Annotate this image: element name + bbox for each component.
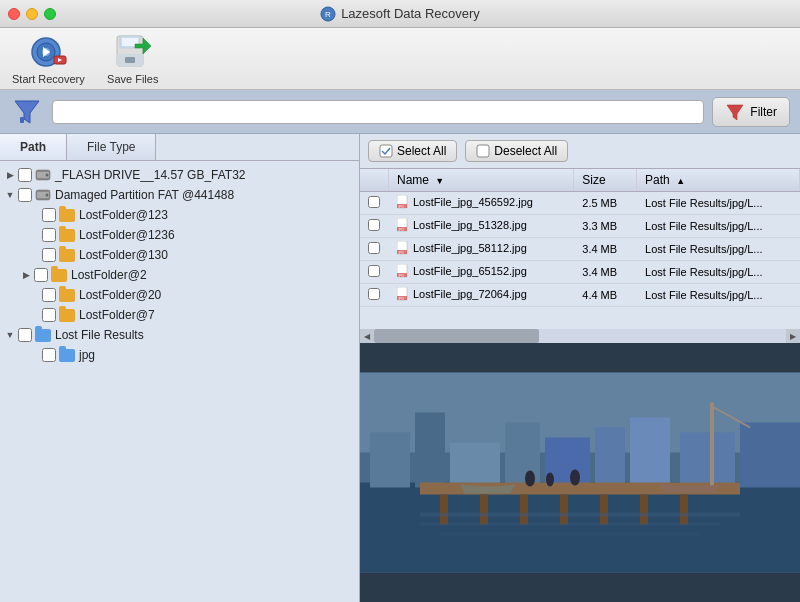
row-name: JPG LostFile_jpg_58112.jpg [389, 238, 574, 261]
check-lf1236[interactable] [42, 228, 56, 242]
check-lfresults[interactable] [18, 328, 32, 342]
tree-item-lf1236[interactable]: LostFolder@1236 [0, 225, 359, 245]
check-lf2[interactable] [34, 268, 48, 282]
col-name[interactable]: Name ▼ [389, 169, 574, 192]
tree-item-jpg[interactable]: jpg [0, 345, 359, 365]
row-path: Lost File Results/jpg/L... [637, 192, 800, 215]
col-size[interactable]: Size [574, 169, 637, 192]
row-size: 2.5 MB [574, 192, 637, 215]
filter-button[interactable]: Filter [712, 97, 790, 127]
left-panel: Path File Type ▶ _FLASH DRIVE__14.57 [0, 134, 360, 602]
tree-item-lfresults[interactable]: ▼ Lost File Results [0, 325, 359, 345]
folder-icon-lf130 [59, 247, 75, 263]
tree-item-lf20[interactable]: LostFolder@20 [0, 285, 359, 305]
save-files-button[interactable]: Save Files [101, 32, 165, 85]
svg-rect-56 [560, 495, 568, 525]
name-sort-icon: ▼ [435, 176, 444, 186]
h-scrollbar[interactable] [374, 329, 786, 343]
tabs-row: Path File Type [0, 134, 359, 161]
file-table-container[interactable]: Name ▼ Size Path ▲ [360, 169, 800, 329]
row-path: Lost File Results/jpg/L... [637, 261, 800, 284]
tree-item-lf130[interactable]: LostFolder@130 [0, 245, 359, 265]
table-row[interactable]: JPG LostFile_jpg_58112.jpg 3.4 MB Lost F… [360, 238, 800, 261]
app-title: Lazesoft Data Recovery [341, 6, 480, 21]
table-row[interactable]: JPG LostFile_jpg_456592.jpg 2.5 MB Lost … [360, 192, 800, 215]
svg-rect-53 [440, 495, 448, 525]
funnel-icon [12, 97, 42, 127]
hdd-icon-flash [35, 167, 51, 183]
app-icon: R [320, 6, 336, 22]
deselect-all-button[interactable]: Deselect All [465, 140, 568, 162]
tree-item-lf7[interactable]: LostFolder@7 [0, 305, 359, 325]
check-lf20[interactable] [42, 288, 56, 302]
svg-rect-15 [20, 117, 24, 123]
svg-rect-45 [450, 443, 500, 488]
h-scroll-right[interactable]: ▶ [786, 329, 800, 343]
table-row[interactable]: JPG LostFile_jpg_72064.jpg 4.4 MB Lost F… [360, 284, 800, 307]
row-check[interactable] [360, 192, 389, 215]
row-name: JPG LostFile_jpg_456592.jpg [389, 192, 574, 215]
select-all-row: Select All Deselect All [360, 134, 800, 169]
svg-marker-16 [727, 105, 743, 120]
check-damaged[interactable] [18, 188, 32, 202]
tree-label-flash: _FLASH DRIVE__14.57 GB_FAT32 [55, 168, 246, 182]
select-all-button[interactable]: Select All [368, 140, 457, 162]
expand-icon-lf20 [28, 289, 40, 301]
folder-icon-lf7 [59, 307, 75, 323]
table-row[interactable]: JPG LostFile_jpg_65152.jpg 3.4 MB Lost F… [360, 261, 800, 284]
svg-text:JPG: JPG [398, 297, 405, 301]
expand-icon-lf130 [28, 249, 40, 261]
row-path: Lost File Results/jpg/L... [637, 284, 800, 307]
filter-bar: Filter [0, 90, 800, 134]
row-name: JPG LostFile_jpg_51328.jpg [389, 215, 574, 238]
row-name: JPG LostFile_jpg_65152.jpg [389, 261, 574, 284]
svg-rect-49 [630, 418, 670, 488]
file-table: Name ▼ Size Path ▲ [360, 169, 800, 307]
right-panel: Select All Deselect All Name ▼ [360, 134, 800, 602]
maximize-button[interactable] [44, 8, 56, 20]
tree-label-damaged: Damaged Partition FAT @441488 [55, 188, 234, 202]
row-path: Lost File Results/jpg/L... [637, 215, 800, 238]
close-button[interactable] [8, 8, 20, 20]
search-input[interactable] [52, 100, 704, 124]
toolbar: Start Recovery Save Files [0, 28, 800, 90]
tree-item-lf123[interactable]: LostFolder@123 [0, 205, 359, 225]
check-lf7[interactable] [42, 308, 56, 322]
row-check[interactable] [360, 284, 389, 307]
save-files-icon [113, 32, 153, 70]
svg-rect-43 [370, 433, 410, 488]
svg-text:R: R [325, 10, 331, 19]
row-check[interactable] [360, 238, 389, 261]
check-lf123[interactable] [42, 208, 56, 222]
row-check[interactable] [360, 261, 389, 284]
row-size: 3.4 MB [574, 238, 637, 261]
row-check[interactable] [360, 215, 389, 238]
start-recovery-icon [28, 32, 68, 70]
check-flash[interactable] [18, 168, 32, 182]
select-all-icon [379, 144, 393, 158]
col-path[interactable]: Path ▲ [637, 169, 800, 192]
tab-file-type[interactable]: File Type [67, 134, 156, 160]
svg-rect-51 [740, 423, 800, 488]
deselect-all-icon [476, 144, 490, 158]
h-scroll-left[interactable]: ◀ [360, 329, 374, 343]
svg-text:JPG: JPG [398, 228, 405, 232]
folder-icon-lfresults [35, 327, 51, 343]
svg-point-19 [46, 174, 49, 177]
tree-item-lf2[interactable]: ▶ LostFolder@2 [0, 265, 359, 285]
tab-path[interactable]: Path [0, 134, 67, 160]
tree-container[interactable]: ▶ _FLASH DRIVE__14.57 GB_FAT32 ▼ [0, 161, 359, 602]
tree-item-flash[interactable]: ▶ _FLASH DRIVE__14.57 GB_FAT32 [0, 165, 359, 185]
check-lf130[interactable] [42, 248, 56, 262]
start-recovery-button[interactable]: Start Recovery [12, 32, 85, 85]
minimize-button[interactable] [26, 8, 38, 20]
tree-label-lf2: LostFolder@2 [71, 268, 147, 282]
tree-item-damaged[interactable]: ▼ Damaged Partition FAT @441488 [0, 185, 359, 205]
svg-rect-59 [680, 495, 688, 525]
tree-label-lf20: LostFolder@20 [79, 288, 161, 302]
table-row[interactable]: JPG LostFile_jpg_51328.jpg 3.3 MB Lost F… [360, 215, 800, 238]
check-jpg[interactable] [42, 348, 56, 362]
svg-rect-66 [710, 403, 714, 488]
svg-rect-57 [600, 495, 608, 525]
svg-rect-58 [640, 495, 648, 525]
